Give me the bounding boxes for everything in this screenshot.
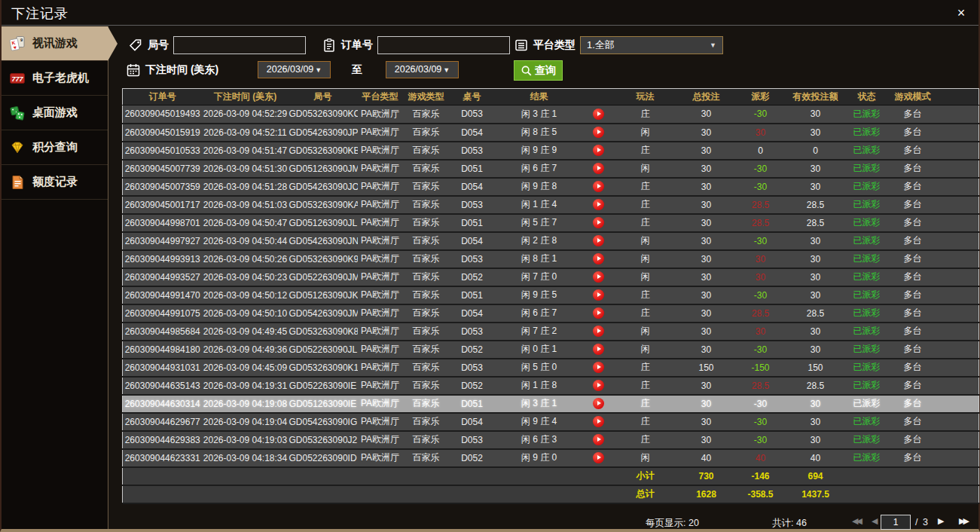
query-button[interactable]: 查询 xyxy=(514,60,563,81)
result-cell: 闲 6 庄 3 xyxy=(495,431,584,449)
table-row[interactable]: 2603090449910752026-03-09 04:50:10GD0542… xyxy=(123,304,979,323)
last-page-icon[interactable]: ▶▶ xyxy=(959,516,967,526)
play-video-icon[interactable] xyxy=(593,109,604,120)
play-video-icon[interactable] xyxy=(593,289,604,301)
next-page-icon[interactable]: ▶ xyxy=(938,516,942,526)
play-video-icon[interactable] xyxy=(593,235,604,246)
table-row[interactable]: 2603090446303142026-03-09 04:19:08GD0512… xyxy=(123,395,979,413)
play-video-icon[interactable] xyxy=(593,271,604,283)
order-input[interactable] xyxy=(377,36,510,54)
time-cell: 2026-03-09 04:18:34 xyxy=(203,449,289,467)
first-page-icon[interactable]: ◀◀ xyxy=(852,516,860,526)
date-from-picker[interactable]: 2026/03/09▼ xyxy=(258,61,331,78)
play-video-icon[interactable] xyxy=(593,434,604,445)
table-row[interactable]: 2603090450105332026-03-09 04:51:47GD0532… xyxy=(123,142,979,160)
status-cell: 已派彩 xyxy=(846,250,888,268)
platform-cell: PA欧洲厅 xyxy=(358,196,403,214)
prev-page-icon[interactable]: ◀ xyxy=(872,516,875,526)
column-header: 局号 xyxy=(289,89,358,105)
table-row[interactable]: 2603090449914702026-03-09 04:50:12GD0512… xyxy=(123,286,979,304)
date-to-value: 2026/03/09 xyxy=(395,64,442,75)
play-video-icon[interactable] xyxy=(593,416,604,427)
status-cell: 已派彩 xyxy=(846,160,888,178)
sidebar-item-3[interactable]: 积分查询 xyxy=(2,130,108,165)
spacer-cell xyxy=(938,431,979,449)
spacer-cell xyxy=(938,304,979,323)
play-video-icon[interactable] xyxy=(593,398,604,409)
table-row[interactable]: 2603090450194932026-03-09 04:52:29GD0532… xyxy=(123,105,979,124)
table-row[interactable]: 2603090449935272026-03-09 04:50:23GD0522… xyxy=(123,268,979,286)
play-video-icon[interactable] xyxy=(593,452,604,463)
table-row[interactable]: 2603090449987012026-03-09 04:50:47GD0512… xyxy=(123,214,979,232)
table-row[interactable]: 2603090449979272026-03-09 04:50:44GD0542… xyxy=(123,232,979,250)
result-cell: 闲 2 庄 8 xyxy=(495,232,584,250)
valid-bet-cell: 40 xyxy=(786,449,846,467)
play-video-icon[interactable] xyxy=(593,127,604,138)
table-row[interactable]: 2603090449310312026-03-09 04:45:09GD0532… xyxy=(123,359,979,377)
status-cell: 已派彩 xyxy=(846,196,888,214)
sidebar-item-label: 桌面游戏 xyxy=(32,105,78,120)
close-icon[interactable]: × xyxy=(953,5,969,22)
table-no-cell: D053 xyxy=(450,359,495,377)
table-row[interactable]: 2603090449856842026-03-09 04:49:45GD0532… xyxy=(123,323,979,341)
table-row[interactable]: 2603090449841802026-03-09 04:49:36GD0522… xyxy=(123,341,979,359)
table-row[interactable]: 2603090450017172026-03-09 04:51:03GD0532… xyxy=(123,196,979,214)
play-video-icon[interactable] xyxy=(593,145,604,156)
platform-cell: PA欧洲厅 xyxy=(358,124,403,142)
play-video-icon[interactable] xyxy=(593,253,604,264)
game-cell: 百家乐 xyxy=(403,232,450,250)
total-bet-cell: 30 xyxy=(677,413,736,431)
list-icon xyxy=(514,38,529,53)
play-video-icon[interactable] xyxy=(593,217,604,228)
payout-cell: -30 xyxy=(736,232,786,250)
page-number-input[interactable] xyxy=(881,515,911,530)
platform-cell: PA欧洲厅 xyxy=(358,449,403,467)
total-bet-cell: 30 xyxy=(677,377,736,395)
result-cell: 闲 5 庄 7 xyxy=(495,214,584,232)
platform-cell: PA欧洲厅 xyxy=(358,395,403,413)
play-video-icon[interactable] xyxy=(593,181,604,192)
play-video-icon[interactable] xyxy=(593,380,604,391)
order-cell: 260309044623331 xyxy=(123,449,203,467)
status-cell: 已派彩 xyxy=(846,214,888,232)
play-video-icon[interactable] xyxy=(593,307,604,319)
round-cell: GD054263090JM xyxy=(289,304,358,323)
table-row[interactable]: 2603090446296772026-03-09 04:19:04GD0542… xyxy=(123,413,979,431)
summary-payout: -146 xyxy=(736,467,786,485)
table-row[interactable]: 2603090450077392026-03-09 04:51:30GD0512… xyxy=(123,160,979,178)
play-video-icon[interactable] xyxy=(593,163,604,174)
sidebar-item-4[interactable]: 额度记录 xyxy=(2,165,108,200)
round-input[interactable] xyxy=(173,36,306,54)
table-row[interactable]: 2603090446293832026-03-09 04:19:03GD0532… xyxy=(123,431,979,449)
game-cell: 百家乐 xyxy=(403,196,450,214)
platform-cell: PA欧洲厅 xyxy=(358,413,403,431)
table-row[interactable]: 2603090449939132026-03-09 04:50:26GD0532… xyxy=(123,250,979,268)
platform-select[interactable]: 1.全部 ▼ xyxy=(580,36,723,54)
status-cell: 已派彩 xyxy=(846,413,888,431)
round-filter: 局号 xyxy=(128,35,306,55)
platform-cell: PA欧洲厅 xyxy=(358,377,403,395)
sidebar-item-1[interactable]: 777电子老虎机 xyxy=(2,61,108,96)
play-video-icon[interactable] xyxy=(593,362,604,373)
bet-cell: 闲 xyxy=(614,341,677,359)
time-cell: 2026-03-09 04:19:03 xyxy=(203,431,289,449)
spacer-cell xyxy=(938,413,979,431)
platform-cell: PA欧洲厅 xyxy=(358,341,403,359)
table-row[interactable]: 2603090446233312026-03-09 04:18:34GD0522… xyxy=(123,449,979,467)
table-row[interactable]: 2603090450159192026-03-09 04:52:11GD0542… xyxy=(123,124,979,142)
table-no-cell: D053 xyxy=(450,323,495,341)
date-to-picker[interactable]: 2026/03/09▼ xyxy=(386,61,459,78)
table-row[interactable]: 2603090450073592026-03-09 04:51:28GD0542… xyxy=(123,178,979,196)
play-video-icon[interactable] xyxy=(593,199,604,210)
sidebar-item-0[interactable]: 9K♥视讯游戏 xyxy=(2,26,108,61)
round-cell: GD053263090K8 xyxy=(289,323,358,341)
game-cell: 百家乐 xyxy=(403,323,450,341)
spacer-cell xyxy=(938,160,979,178)
sidebar-item-2[interactable]: 桌面游戏 xyxy=(2,96,108,130)
order-cell: 260309044629383 xyxy=(123,431,203,449)
play-video-icon[interactable] xyxy=(593,344,604,355)
table-row[interactable]: 2603090446351432026-03-09 04:19:31GD0522… xyxy=(123,377,979,395)
round-cell: GD051263090JM xyxy=(289,160,358,178)
mode-cell: 多台 xyxy=(888,323,938,341)
play-video-icon[interactable] xyxy=(593,326,604,337)
